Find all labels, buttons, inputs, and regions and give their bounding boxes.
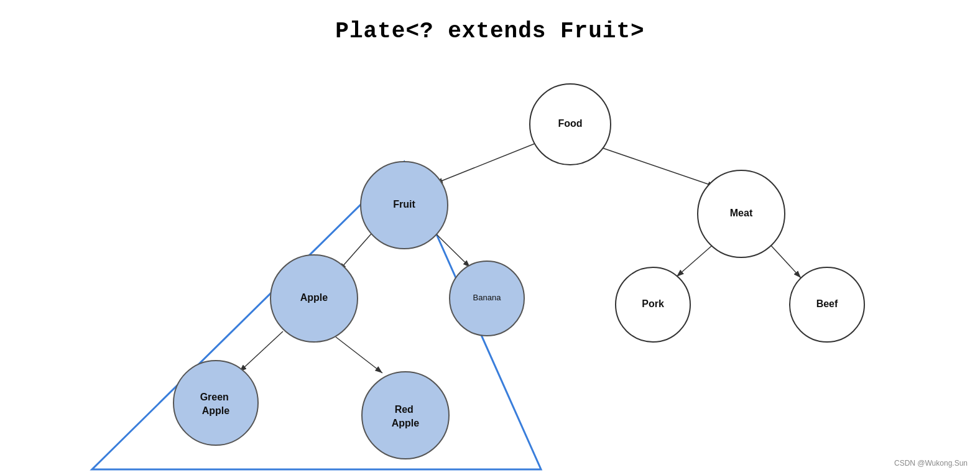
edge-food-fruit: [435, 140, 544, 183]
node-food-label: Food: [558, 118, 582, 129]
node-beef-label: Beef: [816, 298, 838, 309]
edge-apple-redapple: [336, 337, 382, 373]
node-fruit-label: Fruit: [393, 199, 415, 210]
node-banana-label: Banana: [473, 293, 502, 302]
edge-fruit-banana: [435, 233, 470, 267]
edge-fruit-apple: [339, 233, 372, 270]
edge-meat-pork: [677, 246, 712, 277]
node-red-apple: [362, 372, 449, 459]
node-pork-label: Pork: [642, 298, 664, 309]
node-green-apple: [173, 361, 258, 445]
diagram: Food Fruit Meat Apple Banana Pork Beef G…: [0, 0, 980, 475]
edge-apple-greenapple: [239, 331, 283, 372]
edge-food-meat: [597, 146, 715, 187]
node-apple-label: Apple: [300, 292, 328, 303]
edge-meat-beef: [771, 246, 801, 278]
node-meat-label: Meat: [730, 208, 753, 218]
watermark: CSDN @Wukong.Sun: [894, 459, 968, 468]
